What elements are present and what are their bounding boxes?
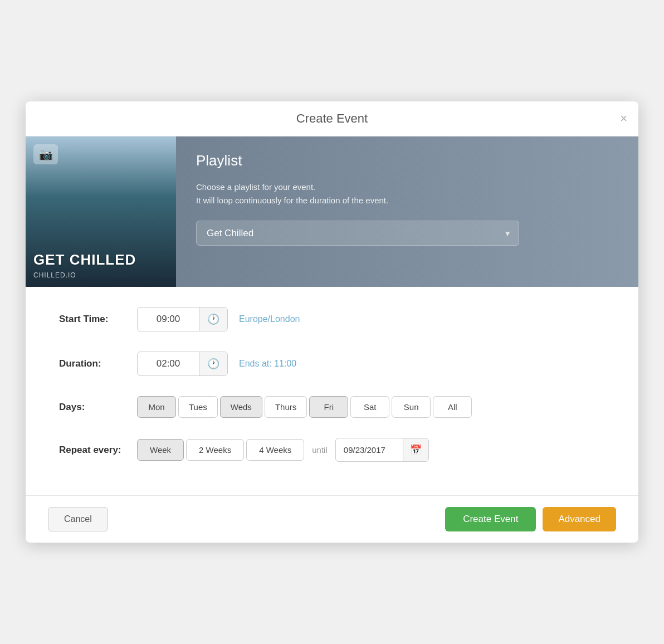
duration-input[interactable] [138,353,199,375]
start-time-row: Start Time: 🕐 Europe/London [59,307,605,331]
camera-icon: 📷 [39,148,53,161]
day-sat-button[interactable]: Sat [350,396,389,418]
playlist-label: Playlist [196,152,618,169]
day-thurs-button[interactable]: Thurs [265,396,307,418]
day-sun-button[interactable]: Sun [392,396,431,418]
playlist-select-wrapper: Get Chilled Smooth Jazz Deep Focus Ambie… [196,221,519,246]
day-tues-button[interactable]: Tues [178,396,218,418]
cancel-button[interactable]: Cancel [48,507,108,531]
calendar-icon-button[interactable]: 📅 [403,438,428,461]
day-all-button[interactable]: All [433,396,472,418]
playlist-description: Choose a playlist for your event. It wil… [196,180,618,207]
repeat-label: Repeat every: [59,445,137,456]
advanced-button[interactable]: Advanced [543,507,616,531]
timezone-label: Europe/London [239,314,300,324]
close-button[interactable]: × [620,113,627,125]
modal-footer: Cancel Create Event Advanced [26,495,638,543]
until-date-input-wrap: 📅 [335,438,429,462]
form-section: Start Time: 🕐 Europe/London Duration: 🕐 … [26,287,638,495]
duration-input-group: 🕐 [137,352,228,376]
duration-row: Duration: 🕐 Ends at: 11:00 [59,352,605,376]
thumbnail-subtitle: CHILLED.IO [33,271,168,279]
day-weds-button[interactable]: Weds [220,396,262,418]
start-time-label: Start Time: [59,314,137,325]
playlist-info: Playlist Choose a playlist for your even… [176,136,638,287]
until-label: until [312,445,328,455]
repeat-group: Week 2 Weeks 4 Weeks until 📅 [137,438,429,462]
days-label: Days: [59,402,137,413]
duration-clock-button[interactable]: 🕐 [199,352,227,375]
day-mon-button[interactable]: Mon [137,396,176,418]
days-row: Days: Mon Tues Weds Thurs Fri Sat Sun Al… [59,396,605,418]
footer-right: Create Event Advanced [445,507,616,531]
days-group: Mon Tues Weds Thurs Fri Sat Sun All [137,396,472,418]
thumbnail-bottom: GET CHILLED CHILLED.IO [33,252,168,281]
start-time-input-group: 🕐 [137,307,228,331]
camera-icon-wrap: 📷 [33,144,58,164]
playlist-thumbnail: 📷 GET CHILLED CHILLED.IO [26,136,176,287]
modal-title: Create Event [296,111,368,126]
playlist-select[interactable]: Get Chilled Smooth Jazz Deep Focus Ambie… [196,221,519,246]
until-date-input[interactable] [336,440,403,460]
repeat-2weeks-button[interactable]: 2 Weeks [186,439,244,461]
duration-label: Duration: [59,358,137,369]
start-time-input[interactable] [138,308,199,330]
repeat-week-button[interactable]: Week [137,439,184,461]
repeat-row: Repeat every: Week 2 Weeks 4 Weeks until… [59,438,605,462]
start-time-clock-button[interactable]: 🕐 [199,308,227,331]
day-fri-button[interactable]: Fri [309,396,348,418]
thumbnail-title: GET CHILLED [33,252,168,268]
repeat-4weeks-button[interactable]: 4 Weeks [246,439,304,461]
ends-at-label: Ends at: 11:00 [239,359,296,369]
create-event-modal: Create Event × 📷 GET CHILLED CHILLED.IO … [26,101,638,543]
create-event-button[interactable]: Create Event [445,507,536,531]
playlist-section: 📷 GET CHILLED CHILLED.IO Playlist Choose… [26,136,638,287]
modal-header: Create Event × [26,101,638,136]
